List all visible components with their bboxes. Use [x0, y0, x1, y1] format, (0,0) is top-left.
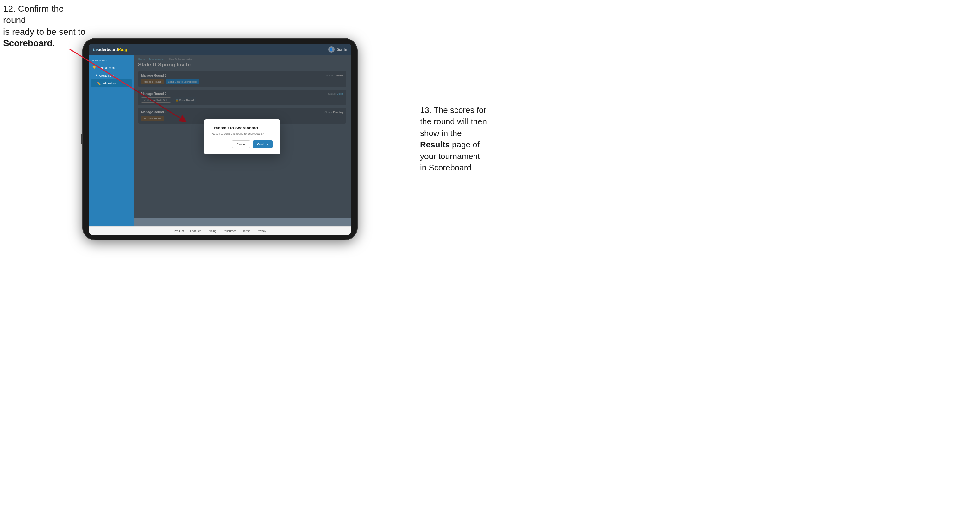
- page-content: Home › Tournaments › State U Spring Invi…: [134, 55, 351, 227]
- sidebar: MAIN MENU 🏆 Tournaments + Create New ✏️ …: [89, 55, 134, 227]
- sidebar-item-tournaments[interactable]: 🏆 Tournaments: [89, 63, 134, 71]
- sidebar-tournaments-label: Tournaments: [98, 66, 115, 69]
- modal-actions: Cancel Confirm: [212, 140, 272, 148]
- logo-text: LeaderboardKing: [93, 47, 127, 52]
- modal-overlay: Transmit to Scoreboard Ready to send thi…: [134, 55, 351, 218]
- footer-link-terms[interactable]: Terms: [243, 229, 251, 232]
- modal-confirm-button[interactable]: Confirm: [253, 140, 273, 148]
- footer-link-privacy[interactable]: Privacy: [257, 229, 266, 232]
- annotation-line2: is ready to be sent to: [3, 27, 86, 37]
- modal-title: Transmit to Scoreboard: [212, 125, 272, 130]
- footer-link-product[interactable]: Product: [174, 229, 184, 232]
- annotation-results-bold: Results: [420, 140, 450, 149]
- footer-link-features[interactable]: Features: [190, 229, 201, 232]
- modal-cancel-button[interactable]: Cancel: [232, 140, 250, 148]
- edit-icon: ✏️: [97, 82, 101, 85]
- modal-subtitle: Ready to send this round to Scoreboard?: [212, 132, 272, 135]
- logo: LeaderboardKing: [93, 47, 127, 52]
- footer-link-resources[interactable]: Resources: [223, 229, 237, 232]
- annotation-br-text: 13. The scores forthe round will thensho…: [420, 105, 487, 172]
- top-nav-bar: LeaderboardKing 👤 Sign In: [89, 44, 351, 55]
- avatar: 👤: [328, 46, 334, 52]
- transmit-modal: Transmit to Scoreboard Ready to send thi…: [204, 119, 280, 154]
- footer-link-pricing[interactable]: Pricing: [208, 229, 216, 232]
- tablet-screen: LeaderboardKing 👤 Sign In MAIN MENU 🏆 To…: [89, 44, 351, 235]
- sidebar-section-label: MAIN MENU: [89, 58, 134, 63]
- sidebar-create-new-label: Create New: [99, 74, 114, 77]
- main-content: MAIN MENU 🏆 Tournaments + Create New ✏️ …: [89, 55, 351, 227]
- nav-right: 👤 Sign In: [328, 46, 347, 52]
- tablet-device: LeaderboardKing 👤 Sign In MAIN MENU 🏆 To…: [82, 38, 358, 240]
- annotation-bottom-right: 13. The scores forthe round will thensho…: [420, 105, 487, 173]
- trophy-icon: 🏆: [92, 66, 96, 69]
- annotation-top-left: 12. Confirm the round is ready to be sen…: [3, 3, 86, 49]
- sidebar-item-create-new[interactable]: + Create New: [89, 71, 134, 79]
- sidebar-item-edit-existing[interactable]: ✏️ Edit Existing: [91, 79, 132, 87]
- annotation-bold: Scoreboard.: [3, 38, 55, 48]
- plus-icon: +: [95, 74, 97, 77]
- footer: Product Features Pricing Resources Terms…: [89, 227, 351, 235]
- signin-button[interactable]: Sign In: [337, 48, 347, 51]
- annotation-line1: 12. Confirm the round: [3, 4, 64, 25]
- tablet-side-button: [81, 135, 82, 144]
- sidebar-edit-existing-label: Edit Existing: [103, 82, 118, 85]
